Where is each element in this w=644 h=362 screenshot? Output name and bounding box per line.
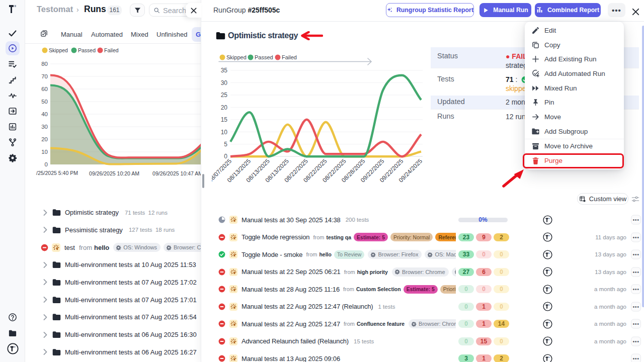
svg-text:20: 20 [41, 136, 48, 142]
svg-text:30: 30 [41, 124, 48, 130]
svg-text:10: 10 [41, 149, 48, 155]
svg-text:50: 50 [41, 99, 48, 105]
svg-text:Failed: Failed [104, 47, 119, 53]
svg-text:80: 80 [41, 61, 48, 67]
svg-text:09/26/2025 10:20 AM: 09/26/2025 10:20 AM [89, 170, 139, 176]
svg-text:15: 15 [221, 116, 228, 123]
svg-text:Skipped: Skipped [49, 47, 68, 53]
svg-text:Passed: Passed [255, 54, 273, 60]
svg-text:Failed: Failed [282, 54, 297, 60]
svg-text:09/26/2025 10:47 AM: 09/26/2025 10:47 AM [152, 170, 201, 176]
svg-text:70: 70 [41, 73, 48, 79]
svg-text:Skipped: Skipped [226, 54, 247, 60]
svg-text:30: 30 [221, 79, 228, 86]
svg-text:25: 25 [221, 92, 228, 99]
svg-text:40: 40 [41, 111, 48, 117]
svg-text:20: 20 [221, 104, 228, 111]
svg-text:10: 10 [221, 129, 228, 136]
svg-text:0: 0 [45, 161, 48, 167]
svg-text:5: 5 [224, 141, 227, 148]
svg-text:/25/2025 5:40 PM: /25/2025 5:40 PM [36, 170, 78, 176]
svg-text:Passed: Passed [78, 47, 96, 53]
svg-text:35: 35 [221, 67, 228, 74]
svg-text:60: 60 [41, 86, 48, 92]
